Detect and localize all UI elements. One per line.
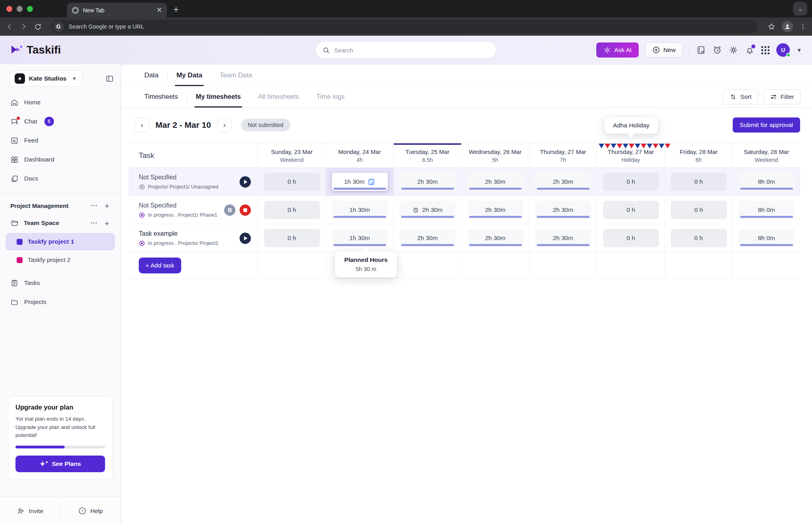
google-g-icon: G (53, 21, 64, 32)
timesheet-cell-r3-d2[interactable]: 2h 30m (393, 224, 461, 252)
day-label: Monday, 24 Mar (338, 148, 381, 155)
play-timer-button[interactable] (239, 232, 251, 244)
sidebar-project-1[interactable]: Taskfy project 1 (6, 233, 115, 250)
timesheet-cell-r3-d6[interactable]: 0 h (665, 224, 732, 252)
add-icon[interactable]: ＋ (103, 219, 110, 228)
see-plans-button[interactable]: ✦✦ See Plans (15, 456, 105, 472)
sidebar-item-docs[interactable]: Docs (6, 169, 115, 188)
bookmark-star-icon[interactable] (768, 23, 776, 31)
filter-button[interactable]: Filter (763, 89, 801, 104)
empty-cell-d6 (665, 252, 732, 278)
timesheet-cell-r3-d5[interactable]: 0 h (597, 224, 665, 252)
more-icon[interactable]: ⋯ (90, 201, 97, 210)
forward-icon[interactable] (20, 23, 28, 31)
back-icon[interactable] (6, 23, 13, 31)
tab-search-chevron-icon[interactable]: ⌄ (793, 2, 807, 15)
timesheet-cell-r2-d6[interactable]: 0 h (665, 196, 732, 224)
content-panel: DataMy DataTeam Data TimesheetsMy timesh… (121, 64, 812, 525)
close-window-button[interactable] (6, 6, 12, 12)
next-week-button[interactable]: › (217, 118, 232, 132)
timesheet-cell-r2-d0[interactable]: 0 h (258, 196, 326, 224)
timesheet-cell-r1-d1[interactable]: 1h 30m (326, 168, 393, 196)
invite-button[interactable]: Invite (0, 507, 60, 515)
timesheet-cell-r1-d4[interactable]: 2h 30m (529, 168, 597, 196)
timesheet-cell-r1-d6[interactable]: 0 h (665, 168, 732, 196)
notifications-bell-icon[interactable] (745, 45, 755, 55)
subtab-timesheets[interactable]: Timesheets (136, 86, 187, 107)
note-icon[interactable] (368, 178, 375, 186)
sidebar-item-dashboard[interactable]: Dashboard (6, 150, 115, 169)
timesheet-cell-r3-d1[interactable]: 1h 30m (326, 224, 393, 252)
zoom-window-button[interactable] (27, 6, 33, 12)
browser-tab[interactable]: New Tab ✕ (67, 3, 167, 17)
folder-icon (10, 298, 19, 306)
timesheet-cell-r2-d4[interactable]: 2h 30m (529, 196, 597, 224)
data-tabs: DataMy DataTeam Data (121, 65, 812, 86)
tab-data[interactable]: Data (136, 65, 167, 86)
global-search[interactable] (316, 41, 496, 59)
pause-timer-button[interactable] (224, 204, 236, 216)
sidebar-project-2[interactable]: Taskfy project 2 (6, 251, 115, 269)
play-timer-button[interactable] (239, 176, 251, 188)
tab-close-icon[interactable]: ✕ (157, 7, 162, 13)
sidebar-item-feed[interactable]: Feed (6, 131, 115, 150)
add-icon[interactable]: ＋ (103, 201, 110, 210)
alarm-icon (412, 207, 419, 213)
minimize-window-button[interactable] (17, 6, 23, 12)
day-header-6: Friday, 28 Mar6h (665, 144, 732, 167)
timesheet-cell-r3-d3[interactable]: 2h 30m (461, 224, 529, 252)
tab-my-data[interactable]: My Data (168, 65, 211, 86)
stop-timer-button[interactable] (239, 204, 251, 216)
browser-profile-icon[interactable] (782, 21, 793, 32)
new-button[interactable]: New (645, 42, 682, 58)
timesheet-cell-r1-d2[interactable]: 2h 30m (393, 168, 461, 196)
more-icon[interactable]: ⋯ (90, 219, 97, 228)
timesheet-cell-r1-d5[interactable]: 0 h (597, 168, 665, 196)
sort-button[interactable]: Sort (723, 89, 758, 104)
browser-toolbar: G Search Google or type a URL (0, 17, 812, 36)
timesheet-cell-r2-d2[interactable]: 2h 30m (393, 196, 461, 224)
settings-gear-icon[interactable] (729, 45, 738, 55)
sidebar-item-tasks[interactable]: Tasks (6, 273, 115, 292)
sidebar-collapse-icon[interactable] (105, 74, 114, 83)
timesheet-cell-r1-d3[interactable]: 2h 30m (461, 168, 529, 196)
subtab-my-timesheets[interactable]: My timesheets (187, 86, 250, 107)
timesheet-cell-r1-d7[interactable]: 8h 0m (732, 168, 800, 196)
timesheet-cell-r3-d0[interactable]: 0 h (258, 224, 326, 252)
workspace-selector[interactable]: ✦ Kate Studios ▼ (10, 71, 82, 87)
ask-ai-button[interactable]: Ask AI (596, 42, 639, 58)
subtab-all-timesheets[interactable]: All timesheets (249, 86, 308, 107)
sidebar-item-team-space[interactable]: Team Space ⋯＋ (6, 214, 115, 232)
new-tab-button[interactable]: + (173, 4, 179, 15)
submit-for-approval-button[interactable]: Submit for approval (733, 117, 800, 133)
subtab-time-logs[interactable]: Time logs (308, 86, 353, 107)
url-bar[interactable]: G Search Google or type a URL (51, 20, 758, 33)
add-task-button[interactable]: + Add task (139, 258, 181, 273)
day-label: Thursday, 27 Mar (608, 148, 654, 155)
user-avatar[interactable]: U (776, 43, 790, 57)
reload-icon[interactable] (34, 23, 42, 31)
timesheet-cell-r2-d5[interactable]: 0 h (597, 196, 665, 224)
sidebar-footer: Invite ? Help (0, 496, 121, 525)
notes-icon[interactable] (696, 45, 706, 55)
apps-grid-icon[interactable] (761, 46, 770, 54)
browser-menu-icon[interactable] (799, 23, 806, 30)
prev-week-button[interactable]: ‹ (135, 118, 149, 132)
search-input[interactable] (334, 47, 490, 54)
timesheet-cell-r2-d1[interactable]: 1h 30m (326, 196, 393, 224)
timesheet-cell-r3-d7[interactable]: 8h 0m (732, 224, 800, 252)
account-chevron-icon[interactable]: ▼ (797, 47, 802, 53)
tab-team-data[interactable]: Team Data (211, 65, 261, 86)
help-button[interactable]: ? Help (61, 507, 121, 515)
day-header-1: Monday, 24 Mar4h (326, 144, 393, 167)
timesheet-cell-r1-d0[interactable]: 0 h (258, 168, 326, 196)
timesheet-cell-r3-d4[interactable]: 2h 30m (529, 224, 597, 252)
timesheet-cell-r2-d3[interactable]: 2h 30m (461, 196, 529, 224)
sidebar-item-projects[interactable]: Projects (6, 292, 115, 312)
time-reminder-icon[interactable] (712, 45, 722, 55)
hours-value: 0 h (287, 178, 296, 185)
timesheet-cell-r2-d7[interactable]: 8h 0m (732, 196, 800, 224)
logo-text: Taskifi (27, 44, 61, 56)
sidebar-item-home[interactable]: Home (6, 93, 115, 112)
sidebar-item-chat[interactable]: Chat6 (6, 112, 115, 131)
